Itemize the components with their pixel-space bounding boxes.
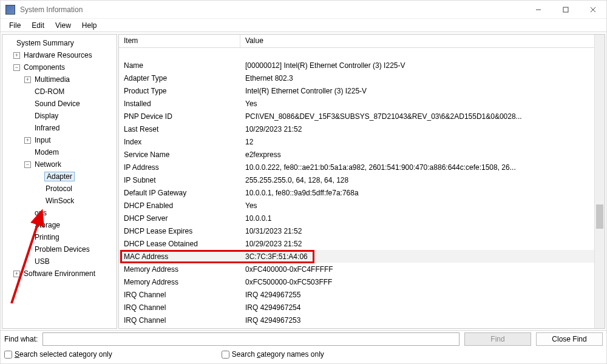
cell-item: IRQ Channel [119, 316, 240, 325]
table-row[interactable]: MAC Address3C:7C:3F:51:A4:06 [119, 250, 594, 263]
tree-display[interactable]: Display [2, 110, 117, 122]
table-row[interactable]: Service Namee2fexpress [119, 148, 594, 161]
cell-value: 0xFC500000-0xFC503FFF [240, 278, 594, 286]
tree-software-environment[interactable]: +Software Environment [2, 268, 117, 280]
table-row[interactable]: DHCP EnabledYes [119, 199, 594, 212]
table-row[interactable]: DHCP Lease Obtained10/29/2023 21:52 [119, 237, 594, 250]
search-category-names-checkbox[interactable]: Search category names only [222, 350, 324, 359]
cell-item: Memory Address [119, 265, 240, 274]
cell-value: 3C:7C:3F:51:A4:06 [240, 252, 594, 261]
tree-ports[interactable]: orts [2, 207, 117, 219]
search-selected-checkbox[interactable]: Search selected category only [4, 350, 112, 359]
maximize-button[interactable] [552, 1, 579, 18]
cell-item: Index [119, 138, 240, 146]
cell-value: [00000012] Intel(R) Ethernet Controller … [240, 61, 594, 70]
tree-modem[interactable]: Modem [2, 146, 117, 158]
cell-item: PNP Device ID [119, 112, 240, 121]
table-row[interactable]: IP Subnet255.255.255.0, 64, 128, 64, 128 [119, 174, 594, 186]
tree-problem-devices[interactable]: Problem Devices [2, 243, 117, 255]
cell-item: IRQ Channel [119, 291, 240, 299]
col-value[interactable]: Value [240, 35, 594, 47]
col-item[interactable]: Item [119, 35, 240, 47]
scrollbar-thumb[interactable] [596, 204, 603, 229]
tree-multimedia[interactable]: +Multimedia [2, 73, 117, 86]
menu-file[interactable]: File [4, 20, 25, 31]
cell-item: Service Name [119, 150, 240, 159]
close-button[interactable] [579, 1, 606, 18]
find-label: Find what: [4, 335, 38, 343]
cell-value: IRQ 4294967254 [240, 303, 594, 312]
cell-item: IP Subnet [119, 176, 240, 184]
table-row[interactable]: Product TypeIntel(R) Ethernet Controller… [119, 84, 594, 97]
cell-value: 0xFC400000-0xFC4FFFFF [240, 265, 594, 274]
tree-infrared[interactable]: Infrared [2, 122, 117, 134]
menubar: File Edit View Help [1, 19, 606, 32]
table-row[interactable]: Default IP Gateway10.0.0.1, fe80::9a9d:5… [119, 186, 594, 199]
cell-value: Yes [240, 99, 594, 108]
details-body[interactable]: Name[00000012] Intel(R) Ethernet Control… [119, 48, 594, 328]
cell-value: 10.0.0.1 [240, 214, 594, 223]
cell-value: 10.0.0.1, fe80::9a9d:5dff:fe7a:768a [240, 189, 594, 197]
tree-system-summary[interactable]: System Summary [2, 37, 117, 49]
cell-item: DHCP Lease Expires [119, 227, 240, 235]
cell-item: IP Address [119, 163, 240, 172]
find-button[interactable]: Find [464, 332, 531, 346]
table-row[interactable]: PNP Device IDPCI\VEN_8086&DEV_15F3&SUBSY… [119, 110, 594, 123]
tree-input[interactable]: +Input [2, 134, 117, 146]
table-row[interactable]: InstalledYes [119, 97, 594, 110]
table-row[interactable]: IP Address10.0.0.222, fe80::ae21:b0:5a1a… [119, 161, 594, 174]
menu-help[interactable]: Help [77, 20, 102, 31]
tree-printing[interactable]: Printing [2, 231, 117, 243]
details-header[interactable]: Item Value [119, 35, 594, 48]
tree-winsock[interactable]: WinSock [2, 195, 117, 207]
cell-item: DHCP Server [119, 214, 240, 223]
tree-protocol[interactable]: Protocol [2, 183, 117, 195]
tree-sound-device[interactable]: Sound Device [2, 98, 117, 110]
table-row[interactable]: IRQ ChannelIRQ 4294967253 [119, 314, 594, 326]
close-find-button[interactable]: Close Find [536, 332, 603, 346]
minimize-button[interactable] [524, 1, 552, 18]
cell-value: e2fexpress [240, 150, 594, 159]
category-tree[interactable]: System Summary +Hardware Resources −Comp… [2, 34, 117, 329]
cell-value: 255.255.255.0, 64, 128, 64, 128 [240, 176, 594, 184]
table-row[interactable]: DHCP Lease Expires10/31/2023 21:52 [119, 224, 594, 237]
window-title: System Information [20, 5, 83, 14]
cell-item: Adapter Type [119, 74, 240, 83]
cell-value: 10.0.0.222, fe80::ae21:b0:5a1a:a982, 260… [240, 163, 594, 172]
menu-edit[interactable]: Edit [27, 20, 49, 31]
table-row[interactable]: Index12 [119, 135, 594, 148]
tree-cdrom[interactable]: CD-ROM [2, 86, 117, 98]
cell-value: Ethernet 802.3 [240, 74, 594, 83]
app-icon [5, 5, 15, 15]
titlebar[interactable]: System Information [1, 1, 606, 19]
details-pane: Item Value Name[00000012] Intel(R) Ether… [118, 34, 605, 329]
cell-value: Yes [240, 201, 594, 210]
vertical-scrollbar[interactable] [594, 35, 605, 328]
svg-rect-1 [563, 7, 568, 12]
table-row[interactable]: Last Reset10/29/2023 21:52 [119, 123, 594, 135]
cell-value: PCI\VEN_8086&DEV_15F3&SUBSYS_87D21043&RE… [240, 112, 594, 121]
tree-hardware-resources[interactable]: +Hardware Resources [2, 49, 117, 61]
tree-adapter[interactable]: Adapter [2, 170, 117, 183]
tree-usb[interactable]: USB [2, 255, 117, 268]
cell-item: IRQ Channel [119, 303, 240, 312]
table-row[interactable]: Name[00000012] Intel(R) Ethernet Control… [119, 59, 594, 72]
cell-item: Product Type [119, 87, 240, 95]
tree-storage[interactable]: Storage [2, 219, 117, 231]
tree-network[interactable]: −Network [2, 158, 117, 170]
find-input[interactable] [42, 332, 459, 346]
table-row[interactable]: Adapter TypeEthernet 802.3 [119, 72, 594, 84]
cell-value: 10/31/2023 21:52 [240, 227, 594, 235]
cell-value: IRQ 4294967253 [240, 316, 594, 325]
cell-value: Intel(R) Ethernet Controller (3) I225-V [240, 87, 594, 95]
table-row[interactable]: DHCP Server10.0.0.1 [119, 212, 594, 224]
table-row[interactable]: Memory Address0xFC500000-0xFC503FFF [119, 275, 594, 288]
tree-components[interactable]: −Components [2, 61, 117, 73]
cell-value: 12 [240, 138, 594, 146]
table-row[interactable]: IRQ ChannelIRQ 4294967255 [119, 288, 594, 301]
menu-view[interactable]: View [50, 20, 76, 31]
table-row[interactable]: IRQ ChannelIRQ 4294967254 [119, 301, 594, 314]
cell-item: MAC Address [119, 252, 240, 261]
table-row[interactable]: Memory Address0xFC400000-0xFC4FFFFF [119, 263, 594, 275]
cell-item: DHCP Enabled [119, 201, 240, 210]
